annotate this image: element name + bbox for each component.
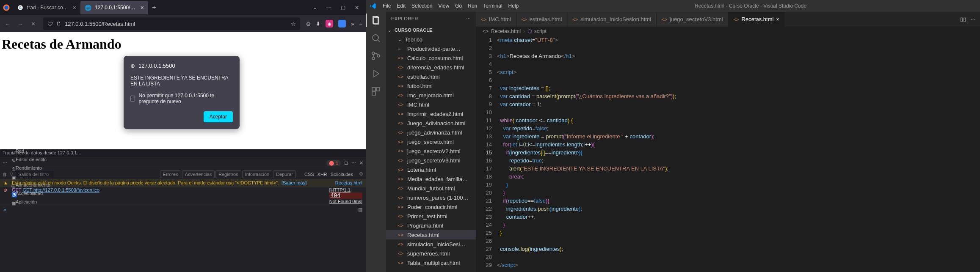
close-icon[interactable]: ✕ [355, 5, 359, 11]
file-item[interactable]: <>juego_secretoV3.html [386, 156, 476, 165]
file-item[interactable]: <>estrellas.html [386, 72, 476, 81]
filter-button[interactable]: Errores [160, 170, 181, 178]
page-info-icon[interactable]: 🗋 [56, 21, 61, 27]
menu-item[interactable]: Terminal [483, 3, 502, 9]
maximize-icon[interactable]: ▢ [341, 5, 345, 11]
file-item[interactable]: <>Tabla_multiplicar.html [386, 258, 476, 267]
devtools-more-icon[interactable]: ⋯ [351, 160, 356, 166]
url-bar[interactable]: 🛡 🗋 127.0.0.1:5500/Recetas.html ☆ [43, 17, 300, 30]
new-tab-button[interactable]: + [148, 4, 160, 11]
filter-button[interactable]: Información [242, 170, 272, 178]
editor-tab[interactable]: <>IMC.html [476, 12, 516, 27]
search-icon[interactable] [371, 33, 381, 43]
file-item[interactable]: <>diferencia_edades.html [386, 63, 476, 72]
file-item[interactable]: <>Loteria.html [386, 165, 476, 174]
devtools-settings-icon[interactable]: ⊡ [344, 160, 348, 166]
breadcrumb[interactable]: <> Recetas.html › ⬡ script [476, 27, 980, 36]
run-debug-icon[interactable] [371, 69, 381, 79]
overflow-menu-icon[interactable]: » [351, 21, 354, 27]
file-item[interactable]: <>Recetas.html [386, 230, 476, 239]
filter-icon[interactable]: ▽ [10, 171, 13, 177]
close-icon[interactable]: × [141, 4, 144, 11]
menu-item[interactable]: File [383, 3, 391, 9]
console-sidebar-toggle-icon[interactable]: ▥ [358, 207, 362, 212]
devtools-tab[interactable]: ✎Editor de estilo [8, 155, 54, 164]
download-icon[interactable]: ⬇ [316, 21, 320, 27]
filter-toggle[interactable]: CSS [304, 172, 314, 177]
editor-tab[interactable]: <>simulacion_InicioSesion.html [567, 12, 657, 27]
menu-item[interactable]: Run [468, 3, 477, 9]
editor-tab[interactable]: <>Recetas.html× [729, 12, 785, 27]
dialog-checkbox[interactable] [130, 96, 135, 102]
forward-button[interactable]: → [16, 21, 25, 27]
menu-item[interactable]: Edit [397, 3, 406, 9]
filter-toggle[interactable]: XHR [317, 172, 327, 177]
shield-icon[interactable]: 🛡 [47, 21, 53, 27]
trash-icon[interactable]: 🗑 [3, 172, 7, 177]
minimize-icon[interactable]: — [326, 5, 331, 11]
stop-button[interactable]: ✕ [29, 21, 37, 27]
file-item[interactable]: <>Mundial_futbol.html [386, 184, 476, 193]
devtools-close-icon[interactable]: ✕ [359, 160, 363, 166]
filter-button[interactable]: Advertencias [182, 170, 215, 178]
svg-point-9 [372, 57, 375, 60]
folder-item[interactable]: ⌄ Teorico [386, 35, 476, 44]
filter-button[interactable]: Registros [215, 170, 241, 178]
file-item[interactable]: <>juego_secreto.html [386, 137, 476, 146]
overflow-icon[interactable]: ⋯ [3, 160, 7, 166]
menu-item[interactable]: Help [508, 3, 519, 9]
extension-badge[interactable]: ◉ [326, 20, 333, 27]
file-item[interactable]: <>Media_edades_familia… [386, 174, 476, 184]
source-control-icon[interactable] [371, 51, 381, 61]
back-button[interactable]: ← [3, 21, 12, 27]
code-editor[interactable]: 1234567891011121314151617181920212223242… [476, 36, 980, 272]
hamburger-menu-icon[interactable]: ≡ [359, 21, 362, 27]
console-prompt[interactable]: » ▥ [0, 205, 366, 214]
split-editor-icon[interactable]: ▯▯ [960, 16, 966, 22]
close-icon[interactable]: × [776, 16, 779, 22]
file-item[interactable]: <>superheroes.html [386, 249, 476, 258]
file-item[interactable]: <>futbol.html [386, 81, 476, 91]
console-url[interactable]: GET http://127.0.0.1:5500/favicon.ico [22, 187, 99, 192]
console-error-row[interactable]: ⊘ GET GET http://127.0.0.1:5500/favicon.… [0, 187, 366, 205]
console-warning-row[interactable]: ▲ Esta página está en modo Quirks. El di… [0, 179, 366, 187]
more-icon[interactable]: ⋯ [466, 16, 471, 22]
settings-icon[interactable]: ⚙ [359, 171, 363, 177]
file-item[interactable]: <>IMC.html [386, 100, 476, 109]
dialog-ok-button[interactable]: Aceptar [204, 111, 233, 122]
menu-item[interactable]: Selection [411, 3, 432, 9]
file-item[interactable]: <>Imprimir_edades2.html [386, 109, 476, 118]
file-item[interactable]: <>Programa.html [386, 221, 476, 230]
file-item[interactable]: <>numeros_pares (1-100… [386, 193, 476, 202]
file-item[interactable]: <>Poder_conducir.html [386, 202, 476, 212]
filter-toggle[interactable]: Solicitudes [331, 172, 353, 177]
error-count-badge[interactable]: ⬤1 [326, 160, 341, 166]
bookmark-star-icon[interactable]: ☆ [291, 21, 296, 27]
chevron-down-icon[interactable]: ⌄ [313, 5, 317, 11]
file-item[interactable]: <>Juego_Adivinacion.html [386, 118, 476, 128]
file-item[interactable]: <>Calculo_consumo.html [386, 53, 476, 63]
file-item[interactable]: ≡Productividad-parte… [386, 44, 476, 53]
menu-item[interactable]: Go [455, 3, 462, 9]
more-icon[interactable]: ⋯ [970, 16, 976, 22]
close-icon[interactable]: × [73, 4, 76, 11]
file-item[interactable]: <>simulacion_InicioSesi… [386, 239, 476, 249]
filter-input[interactable] [16, 171, 54, 178]
browser-tab-active[interactable]: 🌐 127.0.0.1:5500/Recetas.html × [80, 1, 148, 14]
file-item[interactable]: <>Primer_test.html [386, 212, 476, 221]
reader-icon[interactable]: ⊝ [306, 21, 311, 27]
extensions-icon[interactable] [371, 86, 381, 96]
file-item[interactable]: <>juego_secretoV2.html [386, 146, 476, 156]
editor-tab[interactable]: <>juego_secretoV3.html [657, 12, 729, 27]
learn-more-link[interactable]: [Saber más] [282, 180, 306, 185]
console-source-link[interactable]: Recetas.html [335, 180, 362, 185]
file-item[interactable]: <>imc_mejorado.html [386, 91, 476, 100]
workspace-folder[interactable]: ⌄ CURSO ORACLE [386, 25, 476, 35]
menu-item[interactable]: View [438, 3, 449, 9]
extension-badge[interactable] [338, 20, 346, 27]
file-item[interactable]: <>juego_adivinanza.html [386, 128, 476, 137]
explorer-icon[interactable] [371, 15, 381, 25]
editor-tab[interactable]: <>estrellas.html [516, 12, 567, 27]
filter-button[interactable]: Depurar [273, 170, 296, 178]
browser-tab[interactable]: G trad - Buscar con Google × [13, 1, 80, 14]
